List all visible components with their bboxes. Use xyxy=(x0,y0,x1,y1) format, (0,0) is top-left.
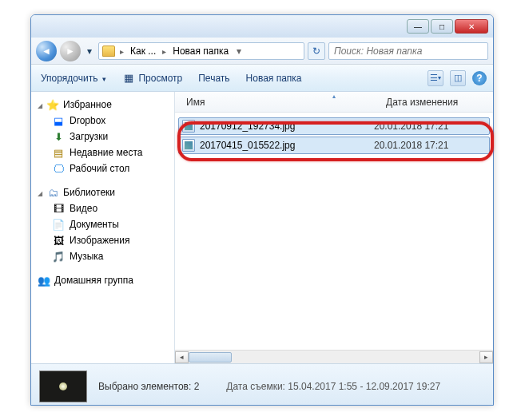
meta-value: 15.04.2017 1:55 - 12.09.2017 19:27 xyxy=(288,381,440,392)
forward-button[interactable]: ► xyxy=(60,41,81,61)
minimize-button[interactable]: — xyxy=(407,19,429,34)
sidebar-item-desktop[interactable]: 🖵Рабочий стол xyxy=(34,160,171,176)
file-date: 20.01.2018 17:21 xyxy=(374,140,486,151)
view-options-button[interactable]: ☰▾ xyxy=(428,70,443,86)
body: ⭐Избранное ⬓Dropbox ⬇Загрузки ▤Недавние … xyxy=(31,92,493,363)
breadcrumb-crumb[interactable]: Новая папка xyxy=(171,46,230,57)
desktop-icon: 🖵 xyxy=(52,162,65,175)
favorites-label: Избранное xyxy=(63,99,112,110)
titlebar: — □ ✕ xyxy=(31,15,493,38)
sidebar-item-label: Недавние места xyxy=(70,147,142,158)
file-list[interactable]: 20170912_192734.jpg 20.01.2018 17:21 201… xyxy=(175,113,493,350)
sidebar-item-dropbox[interactable]: ⬓Dropbox xyxy=(34,113,171,129)
preview-label: Просмотр xyxy=(138,73,182,84)
meta-label: Дата съемки: xyxy=(226,381,285,392)
image-file-icon xyxy=(182,139,195,152)
column-header-date[interactable]: Дата изменения xyxy=(381,97,493,108)
sidebar-item-label: Рабочий стол xyxy=(70,163,129,174)
expand-icon xyxy=(38,99,42,110)
file-date: 20.01.2018 17:21 xyxy=(374,121,486,132)
address-bar[interactable]: Как ... Новая папка ▾ xyxy=(98,42,304,60)
thumbnail-preview xyxy=(39,370,87,402)
newfolder-label: Новая папка xyxy=(246,73,302,84)
close-button[interactable]: ✕ xyxy=(455,19,488,34)
print-label: Печать xyxy=(198,73,229,84)
back-button[interactable]: ◄ xyxy=(36,41,57,61)
scroll-track[interactable] xyxy=(189,351,479,363)
folder-icon xyxy=(102,46,115,57)
homegroup-label: Домашняя группа xyxy=(54,275,133,286)
search-input[interactable] xyxy=(334,46,483,57)
selection-count: Выбрано элементов: 2 xyxy=(98,381,199,392)
breadcrumb-crumb[interactable]: Как ... xyxy=(129,46,157,57)
maximize-button[interactable]: □ xyxy=(431,19,453,34)
navigation-pane: ⭐Избранное ⬓Dropbox ⬇Загрузки ▤Недавние … xyxy=(31,92,175,363)
horizontal-scrollbar[interactable]: ◂ ▸ xyxy=(175,350,493,363)
address-dropdown-icon[interactable]: ▾ xyxy=(233,46,245,57)
nav-history-dropdown[interactable]: ▾ xyxy=(84,41,95,61)
nav-bar: ◄ ► ▾ Как ... Новая папка ▾ ↻ xyxy=(31,38,493,65)
sidebar-item-label: Изображения xyxy=(70,235,129,246)
explorer-window: — □ ✕ ◄ ► ▾ Как ... Новая папка ▾ ↻ Упор… xyxy=(30,14,494,406)
pictures-icon: 🖼 xyxy=(52,234,65,247)
column-date-label: Дата изменения xyxy=(386,97,458,108)
scroll-right-button[interactable]: ▸ xyxy=(479,351,493,363)
metadata: Дата съемки: 15.04.2017 1:55 - 12.09.201… xyxy=(226,381,440,392)
organize-label: Упорядочить xyxy=(41,73,97,84)
sidebar-item-documents[interactable]: 📄Документы xyxy=(34,216,171,232)
star-icon: ⭐ xyxy=(46,98,59,111)
refresh-button[interactable]: ↻ xyxy=(308,42,325,60)
crumb-label: Как ... xyxy=(130,46,156,57)
sidebar-item-label: Загрузки xyxy=(70,131,108,142)
dropbox-icon: ⬓ xyxy=(52,114,65,127)
expand-icon xyxy=(38,187,42,198)
music-icon: 🎵 xyxy=(52,250,65,263)
sidebar-item-pictures[interactable]: 🖼Изображения xyxy=(34,232,171,248)
sidebar-homegroup-header[interactable]: 👥Домашняя группа xyxy=(34,272,171,288)
crumb-separator-icon[interactable] xyxy=(118,46,125,57)
sidebar-item-label: Музыка xyxy=(70,251,103,262)
preview-icon: ▦ xyxy=(122,72,135,85)
organize-button[interactable]: Упорядочить xyxy=(38,71,109,85)
sidebar-item-downloads[interactable]: ⬇Загрузки xyxy=(34,129,171,145)
sidebar-item-music[interactable]: 🎵Музыка xyxy=(34,248,171,264)
file-name: 20170415_015522.jpg xyxy=(200,140,374,151)
documents-icon: 📄 xyxy=(52,218,65,231)
toolbar: Упорядочить ▦Просмотр Печать Новая папка… xyxy=(31,65,493,92)
file-row[interactable]: 20170415_015522.jpg 20.01.2018 17:21 xyxy=(178,137,490,154)
downloads-icon: ⬇ xyxy=(52,130,65,143)
scroll-thumb[interactable] xyxy=(189,352,232,363)
details-pane: Выбрано элементов: 2 Дата съемки: 15.04.… xyxy=(31,363,493,406)
crumb-label: Новая папка xyxy=(173,46,229,57)
file-name: 20170912_192734.jpg xyxy=(200,121,374,132)
column-headers: Имя Дата изменения xyxy=(175,92,493,113)
image-file-icon xyxy=(182,120,195,133)
sidebar-favorites-header[interactable]: ⭐Избранное xyxy=(34,97,171,113)
sidebar-item-label: Документы xyxy=(70,219,119,230)
sidebar-item-label: Dropbox xyxy=(70,115,105,126)
preview-button[interactable]: ▦Просмотр xyxy=(119,70,185,86)
file-row[interactable]: 20170912_192734.jpg 20.01.2018 17:21 xyxy=(178,117,490,135)
videos-icon: 🎞 xyxy=(52,202,65,215)
libraries-icon: 🗂 xyxy=(46,186,59,199)
sidebar-item-label: Видео xyxy=(70,203,97,214)
column-header-name[interactable]: Имя xyxy=(181,97,381,108)
search-box[interactable] xyxy=(328,42,488,60)
print-button[interactable]: Печать xyxy=(195,71,233,85)
sidebar-item-recent[interactable]: ▤Недавние места xyxy=(34,145,171,160)
newfolder-button[interactable]: Новая папка xyxy=(243,71,305,85)
help-button[interactable]: ? xyxy=(472,71,487,85)
recent-icon: ▤ xyxy=(52,146,65,159)
file-list-area: Имя Дата изменения 20170912_192734.jpg 2… xyxy=(175,92,493,363)
column-name-label: Имя xyxy=(186,97,205,108)
crumb-separator-icon[interactable] xyxy=(161,46,168,57)
sidebar-item-videos[interactable]: 🎞Видео xyxy=(34,200,171,216)
scroll-left-button[interactable]: ◂ xyxy=(175,351,189,363)
preview-pane-button[interactable]: ◫ xyxy=(450,70,466,86)
libraries-label: Библиотеки xyxy=(63,187,115,198)
homegroup-icon: 👥 xyxy=(38,274,50,287)
sidebar-libraries-header[interactable]: 🗂Библиотеки xyxy=(34,184,171,200)
chevron-down-icon xyxy=(101,73,106,84)
